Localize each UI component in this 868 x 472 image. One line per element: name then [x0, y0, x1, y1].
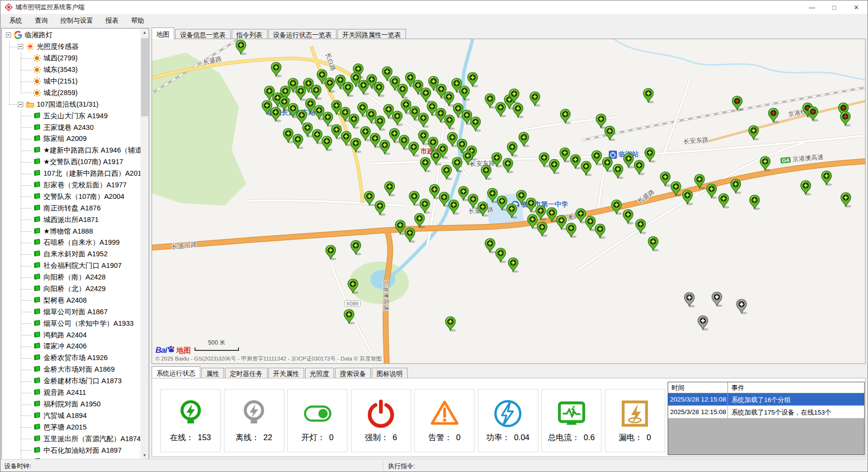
device-pin-online[interactable]	[644, 147, 656, 163]
device-pin-offline[interactable]	[711, 292, 723, 307]
device-pin-online[interactable]	[441, 165, 452, 180]
device-pin-online[interactable]	[529, 91, 541, 107]
device-pin-online[interactable]	[633, 160, 645, 176]
menu-item-查询[interactable]: 查询	[28, 14, 54, 28]
device-pin-online[interactable]	[495, 248, 506, 264]
device-pin-online[interactable]	[748, 125, 759, 141]
device-pin-online[interactable]	[604, 125, 616, 141]
device-pin-online[interactable]	[659, 171, 671, 187]
scroll-down-icon[interactable]: ▼	[140, 451, 149, 459]
device-pin-online[interactable]	[611, 199, 622, 215]
tree-item[interactable]: 临湘路灯	[2, 29, 140, 41]
tree-item[interactable]: 107北（建新中路路口西）A2014	[2, 168, 140, 180]
tree-item[interactable]: 城北(2859)	[2, 87, 140, 98]
tree-item[interactable]: 五里派出所（富源汽配）A1874	[2, 433, 140, 444]
device-pin-online[interactable]	[594, 223, 606, 239]
device-pin-online[interactable]	[470, 116, 481, 132]
device-pin-online[interactable]	[602, 157, 613, 173]
device-pin-online[interactable]	[484, 93, 496, 109]
tree-item[interactable]: 中石化加油站对面 A1897	[2, 444, 140, 456]
tree-expander-icon[interactable]	[18, 44, 23, 49]
device-pin-online[interactable]	[580, 161, 592, 177]
maximize-button[interactable]: □	[823, 0, 845, 14]
device-pin-online[interactable]	[325, 245, 336, 261]
minimize-button[interactable]: —	[801, 0, 823, 14]
device-pin-forced[interactable]	[768, 108, 779, 124]
device-pin-online[interactable]	[373, 82, 385, 97]
device-pin-online[interactable]	[800, 180, 812, 196]
device-pin-online[interactable]	[419, 198, 431, 214]
tab-设备信息一览表[interactable]: 设备信息一览表	[175, 29, 231, 39]
device-pin-online[interactable]	[508, 88, 520, 104]
tree-scrollbar[interactable]: ▲ ▼	[140, 28, 149, 459]
device-pin-forced[interactable]	[840, 111, 851, 127]
device-pin-online[interactable]	[235, 40, 247, 56]
tree-item[interactable]: 烟草公司（求知中学）A1933	[2, 318, 140, 329]
scroll-up-icon[interactable]: ▲	[140, 28, 149, 37]
tree-item[interactable]: 城中(2151)	[2, 76, 140, 87]
tab-图标说明[interactable]: 图标说明	[372, 368, 407, 378]
tree-item[interactable]: 107国道沿线(31/31)	[2, 98, 140, 110]
event-log-row[interactable]: 2025/3/28 12:15:08系统加载了16个分组	[668, 393, 864, 406]
device-pin-online[interactable]	[536, 222, 548, 237]
tree-item[interactable]: 烟草公司对面 A1867	[2, 306, 140, 318]
device-pin-online[interactable]	[749, 194, 760, 210]
device-pin-online[interactable]	[480, 165, 492, 180]
tree-item[interactable]: 芭茅塘 A2015	[2, 421, 140, 433]
tree-item[interactable]: 城东(3543)	[2, 64, 140, 76]
device-pin-online[interactable]	[420, 157, 431, 173]
tree-item[interactable]: 城西派出所A1871	[2, 214, 140, 225]
tree-item[interactable]: 社会福利院大门口 A1907	[2, 260, 140, 272]
device-pin-online[interactable]	[759, 156, 771, 172]
device-pin-online[interactable]	[647, 236, 659, 252]
tree-item[interactable]: 梨树巷 A2408	[2, 294, 140, 306]
device-pin-online[interactable]	[840, 192, 852, 208]
tab-光照度[interactable]: 光照度	[305, 368, 335, 378]
device-pin-online[interactable]	[821, 170, 832, 186]
tree-item[interactable]: 金桥农贸市场 A1926	[2, 352, 140, 364]
tree-item[interactable]: 鸿鹤路 A2404	[2, 329, 140, 341]
device-pin-online[interactable]	[462, 150, 474, 166]
device-pin-online[interactable]	[347, 278, 359, 294]
tree-item[interactable]: 金桥大市场对面 A1869	[2, 364, 140, 375]
device-pin-online[interactable]	[548, 159, 560, 175]
device-pin-online[interactable]	[374, 200, 386, 216]
tree-item[interactable]: 陈家组 A2009	[2, 133, 140, 145]
tree-item[interactable]: ★博物馆 A1888	[2, 225, 140, 237]
device-pin-online[interactable]	[404, 227, 416, 243]
device-pin-online[interactable]	[518, 132, 530, 148]
device-pin-forced[interactable]	[731, 96, 743, 111]
device-pin-online[interactable]	[682, 190, 693, 206]
tab-开关属性[interactable]: 开关属性	[268, 368, 304, 378]
menu-item-控制与设置[interactable]: 控制与设置	[54, 14, 99, 28]
device-pin-online[interactable]	[408, 191, 420, 207]
device-pin-online[interactable]	[414, 213, 425, 229]
scrollbar-thumb[interactable]	[141, 38, 148, 116]
tree-item[interactable]: 光照度传感器	[2, 41, 140, 53]
map-canvas[interactable]: 长白路长盛路长安东路长安东路长盛中路长盛中路港澳高速G4京港澳高速京港澳高速京港…	[152, 39, 866, 364]
device-pin-online[interactable]	[430, 150, 442, 166]
device-pin-forced[interactable]	[807, 106, 819, 122]
tree-item[interactable]: 自来水斜对面 A1952	[2, 249, 140, 260]
device-pin-online[interactable]	[622, 209, 634, 225]
device-pin-online[interactable]	[491, 152, 503, 168]
device-pin-offline[interactable]	[684, 292, 695, 308]
device-pin-online[interactable]	[364, 191, 375, 207]
device-pin-online[interactable]	[502, 158, 514, 174]
device-pin-online[interactable]	[512, 103, 524, 119]
device-pin-online[interactable]	[343, 309, 355, 325]
device-pin-online[interactable]	[635, 219, 646, 235]
tab-定时器任务[interactable]: 定时器任务	[225, 368, 267, 378]
tree-item[interactable]: 石咀桥（自来水）A1999	[2, 237, 140, 249]
device-pin-online[interactable]	[350, 240, 362, 256]
device-pin-online[interactable]	[506, 141, 518, 157]
device-pin-online[interactable]	[445, 316, 456, 332]
tree-item[interactable]: ★交警队西(107南) A1917	[2, 156, 140, 168]
tree-item[interactable]: 向阳桥（北）A2429	[2, 283, 140, 295]
menu-item-报表[interactable]: 报表	[99, 14, 125, 28]
menu-item-系统[interactable]: 系统	[3, 14, 28, 28]
tree-item[interactable]: 南正街转盘 A1876	[2, 202, 140, 214]
tab-指令列表[interactable]: 指令列表	[232, 29, 267, 39]
device-pin-online[interactable]	[570, 154, 581, 170]
event-log-row[interactable]: 2025/3/28 12:15:08系统加载了175个设备，在线153个	[668, 406, 864, 418]
